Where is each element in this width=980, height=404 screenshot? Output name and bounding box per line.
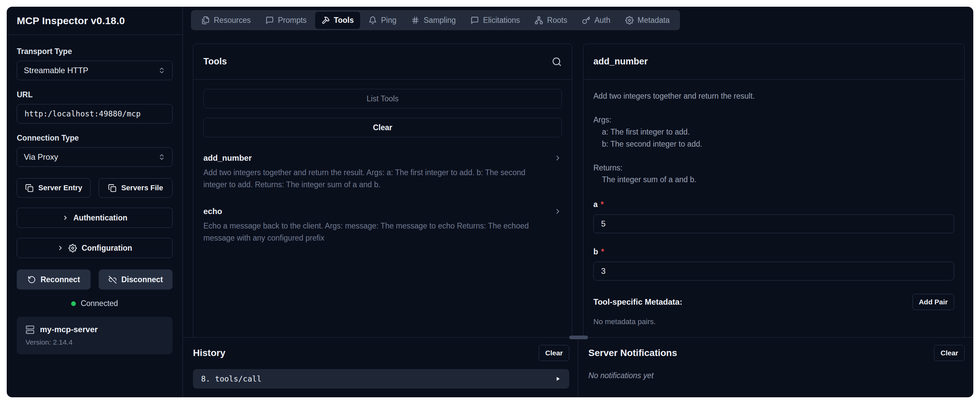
network-icon — [535, 16, 543, 24]
field-b-input[interactable] — [593, 262, 954, 280]
horizontal-splitter[interactable] — [183, 337, 973, 337]
tool-detail-panel: add_number Add two integers together and… — [583, 44, 964, 337]
url-input[interactable] — [17, 104, 172, 124]
server-icon — [25, 325, 35, 334]
page-background: MCP Inspector v0.18.0 Transport Type Str… — [0, 0, 980, 404]
refresh-icon — [27, 275, 36, 284]
tools-panel-header: Tools — [193, 44, 572, 80]
connection-type-select[interactable]: Via Proxy — [17, 147, 172, 167]
required-marker: * — [601, 247, 604, 256]
tools-panel-body: List Tools Clear add_number Add two inte… — [193, 80, 572, 337]
tab-resources[interactable]: Resources — [195, 12, 257, 29]
field-b-label-row: b * — [593, 247, 954, 256]
tab-tools[interactable]: Tools — [315, 12, 360, 29]
tool-description: Add two integers together and return the… — [204, 167, 562, 191]
history-entry[interactable]: 8. tools/call — [193, 369, 569, 388]
history-header: History Clear — [193, 345, 569, 361]
bell-icon — [369, 16, 377, 24]
tool-item-head: add_number — [204, 153, 562, 163]
tool-metadata-row: Tool-specific Metadata: Add Pair — [593, 294, 954, 310]
detail-panel-title: add_number — [593, 56, 648, 67]
chevron-right-icon — [554, 154, 562, 162]
search-button[interactable] — [552, 57, 562, 67]
unlink-icon — [108, 275, 117, 284]
message-square-icon — [471, 16, 479, 24]
tool-item-head: echo — [204, 207, 562, 216]
clear-history-button[interactable]: Clear — [539, 345, 569, 361]
status-label: Connected — [81, 299, 118, 308]
gear-icon — [625, 16, 634, 24]
url-label: URL — [17, 90, 172, 99]
transport-type-select[interactable]: Streamable HTTP — [17, 61, 172, 80]
server-notifications-panel: Server Notifications Clear No notificati… — [578, 337, 973, 397]
server-entry-button[interactable]: Server Entry — [17, 178, 91, 198]
reconnect-button[interactable]: Reconnect — [17, 269, 91, 289]
detail-panel-body: Add two integers together and return the… — [583, 80, 964, 337]
hammer-icon — [321, 16, 330, 24]
tool-name: echo — [204, 207, 222, 216]
tab-sampling[interactable]: Sampling — [405, 12, 462, 29]
connection-type-label: Connection Type — [17, 134, 172, 143]
required-marker: * — [601, 200, 604, 209]
clear-notifications-button[interactable]: Clear — [934, 345, 964, 361]
metadata-empty-text: No metadata pairs. — [593, 317, 954, 326]
authentication-toggle[interactable]: Authentication — [17, 208, 172, 228]
search-icon — [552, 57, 562, 67]
field-a-label: a — [593, 200, 598, 209]
disconnect-button[interactable]: Disconnect — [99, 269, 172, 289]
copy-icon — [108, 184, 116, 192]
tool-description: Echo a message back to the client. Args:… — [204, 220, 562, 244]
server-info-card: my-mcp-server Version: 2.14.4 — [17, 317, 172, 354]
field-a-input[interactable] — [593, 215, 954, 233]
main-area: Resources Prompts Tools Ping — [183, 7, 973, 397]
tool-metadata-label: Tool-specific Metadata: — [593, 297, 682, 307]
history-title: History — [193, 348, 225, 358]
server-version: Version: 2.14.4 — [25, 338, 164, 346]
configuration-toggle[interactable]: Configuration — [17, 238, 172, 258]
servers-file-button[interactable]: Servers File — [99, 178, 172, 198]
chevron-right-icon — [62, 215, 69, 221]
play-icon — [554, 375, 561, 382]
chevrons-up-down-icon — [158, 153, 165, 161]
connection-buttons-row: Reconnect Disconnect — [17, 269, 172, 289]
tools-panel: Tools List Tools Clear add_number — [193, 44, 572, 337]
add-pair-button[interactable]: Add Pair — [913, 294, 954, 310]
key-icon — [582, 16, 590, 24]
tab-ping[interactable]: Ping — [362, 12, 403, 29]
tab-metadata[interactable]: Metadata — [619, 12, 676, 29]
field-b-label: b — [593, 247, 598, 256]
tool-list-item-echo[interactable]: echo Echo a message back to the client. … — [204, 207, 562, 244]
tool-list-item-add-number[interactable]: add_number Add two integers together and… — [204, 153, 562, 191]
connection-status: Connected — [17, 299, 172, 308]
server-name: my-mcp-server — [40, 325, 98, 334]
tool-detail-description: Add two integers together and return the… — [593, 90, 954, 186]
field-a-label-row: a * — [593, 200, 954, 209]
tools-panel-title: Tools — [204, 56, 227, 67]
clear-tools-button[interactable]: Clear — [204, 118, 562, 137]
transport-type-label: Transport Type — [17, 47, 172, 56]
copy-buttons-row: Server Entry Servers File — [17, 178, 172, 198]
bottom-row: History Clear 8. tools/call Server Notif… — [183, 337, 973, 397]
history-panel: History Clear 8. tools/call — [183, 337, 578, 397]
chevrons-up-down-icon — [158, 67, 165, 74]
history-entry-label: 8. tools/call — [201, 374, 261, 383]
list-tools-button[interactable]: List Tools — [204, 89, 562, 108]
notifications-header: Server Notifications Clear — [588, 345, 964, 361]
tab-auth[interactable]: Auth — [576, 12, 617, 29]
notifications-title: Server Notifications — [588, 348, 677, 358]
server-name-row: my-mcp-server — [25, 325, 164, 334]
sidebar-header: MCP Inspector v0.18.0 — [7, 7, 183, 35]
files-icon — [201, 16, 210, 24]
notifications-empty-text: No notifications yet — [588, 371, 964, 380]
splitter-drag-handle[interactable] — [569, 336, 588, 339]
tab-prompts[interactable]: Prompts — [259, 12, 313, 29]
copy-icon — [25, 184, 33, 192]
navbar-wrap: Resources Prompts Tools Ping — [183, 7, 973, 30]
message-square-icon — [266, 16, 274, 24]
app-window: MCP Inspector v0.18.0 Transport Type Str… — [7, 7, 973, 397]
gear-icon — [68, 244, 77, 252]
tab-roots[interactable]: Roots — [528, 12, 574, 29]
top-navbar: Resources Prompts Tools Ping — [191, 10, 680, 30]
tab-elicitations[interactable]: Elicitations — [464, 12, 526, 29]
hash-icon — [411, 16, 420, 24]
